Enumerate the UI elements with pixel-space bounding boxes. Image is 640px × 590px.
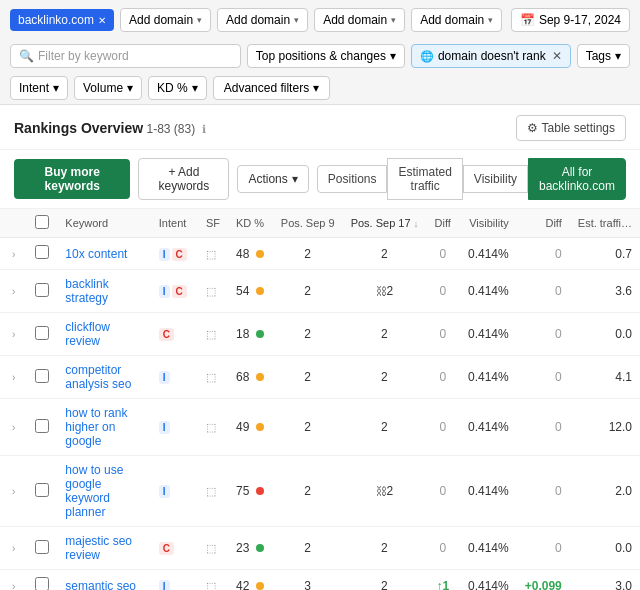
rankings-count: 1-83 (83) [147,121,196,136]
pos9-value: 2 [304,370,311,384]
date-range-picker[interactable]: 📅 Sep 9-17, 2024 [511,8,630,32]
expand-icon[interactable]: › [8,422,19,433]
add-domain-3[interactable]: Add domain ▾ [314,8,405,32]
add-domain-4[interactable]: Add domain ▾ [411,8,502,32]
expand-icon[interactable]: › [8,581,19,591]
row-checkbox[interactable] [35,540,49,554]
keyword-label[interactable]: majestic seo review [65,534,132,562]
keyword-cell[interactable]: clickflow review [57,313,150,356]
tab-all-backlinko[interactable]: All for backlinko.com [528,158,626,200]
keyword-label[interactable]: how to rank higher on google [65,406,127,448]
add-domain-1[interactable]: Add domain ▾ [120,8,211,32]
active-domain-pill[interactable]: backlinko.com ✕ [10,9,114,31]
intent-filter[interactable]: Intent ▾ [10,76,68,100]
row-checkbox[interactable] [35,369,49,383]
tab-estimated-traffic[interactable]: Estimated traffic [387,158,462,200]
row-expand-cell[interactable]: › [0,570,27,591]
row-check-cell[interactable] [27,238,57,270]
add-keywords-button[interactable]: + Add keywords [138,158,229,200]
row-expand-cell[interactable]: › [0,399,27,456]
keyword-cell[interactable]: competitor analysis seo [57,356,150,399]
keyword-filter-label: Filter by keyword [38,49,129,63]
domain-filter-label: domain doesn't rank [438,49,546,63]
keyword-cell[interactable]: how to rank higher on google [57,399,150,456]
intent-cell: C [151,527,198,570]
row-check-cell[interactable] [27,270,57,313]
advanced-filters-button[interactable]: Advanced filters ▾ [213,76,330,100]
table-row: › backlink strategy IC ⬚ 54 2 ⛓2 0 0.414… [0,270,640,313]
add-domain-2[interactable]: Add domain ▾ [217,8,308,32]
tab-positions[interactable]: Positions [317,165,388,193]
visibility-cell: 0.414% [459,356,516,399]
expand-icon[interactable]: › [8,329,19,340]
keyword-filter-wrap[interactable]: 🔍 Filter by keyword [10,44,241,68]
th-visibility: Visibility [459,209,516,238]
keyword-label[interactable]: competitor analysis seo [65,363,131,391]
row-checkbox[interactable] [35,483,49,497]
keyword-cell[interactable]: majestic seo review [57,527,150,570]
tags-filter[interactable]: Tags ▾ [577,44,630,68]
expand-icon[interactable]: › [8,486,19,497]
row-check-cell[interactable] [27,527,57,570]
volume-filter[interactable]: Volume ▾ [74,76,142,100]
expand-icon[interactable]: › [8,372,19,383]
row-expand-cell[interactable]: › [0,356,27,399]
keyword-label[interactable]: how to use google keyword planner [65,463,123,519]
diff-value: ↑1 [436,579,449,591]
keyword-label[interactable]: semantic seo [65,579,136,591]
keyword-cell[interactable]: backlink strategy [57,270,150,313]
sf-cell: ⬚ [198,527,228,570]
th-kd: KD % [228,209,273,238]
traffic-cell: 3.0 [570,570,640,591]
sf-icon: ⬚ [206,542,216,554]
diff-cell: 0 [426,456,459,527]
row-check-cell[interactable] [27,313,57,356]
domain-filter[interactable]: 🌐 domain doesn't rank ✕ [411,44,571,68]
domain-filter-close-icon[interactable]: ✕ [552,49,562,63]
row-checkbox[interactable] [35,245,49,259]
kd-value: 18 [236,327,249,341]
expand-icon[interactable]: › [8,286,19,297]
select-all-checkbox[interactable] [35,215,49,229]
expand-icon[interactable]: › [8,543,19,554]
row-check-cell[interactable] [27,570,57,591]
vdiff-value: 0 [555,370,562,384]
actions-button[interactable]: Actions ▾ [237,165,308,193]
chevron-icon-1: ▾ [197,15,202,25]
table-settings-button[interactable]: ⚙ Table settings [516,115,626,141]
row-checkbox[interactable] [35,326,49,340]
tab-visibility[interactable]: Visibility [463,165,528,193]
row-check-cell[interactable] [27,399,57,456]
top-bar: backlinko.com ✕ Add domain ▾ Add domain … [0,0,640,40]
kd-dot [256,423,264,431]
expand-icon[interactable]: › [8,249,19,260]
row-checkbox[interactable] [35,283,49,297]
keyword-label[interactable]: clickflow review [65,320,110,348]
kd-cell: 75 [228,456,273,527]
visibility-cell: 0.414% [459,570,516,591]
keyword-label[interactable]: backlink strategy [65,277,108,305]
row-expand-cell[interactable]: › [0,313,27,356]
buy-keywords-button[interactable]: Buy more keywords [14,159,130,199]
intent-label: Intent [19,81,49,95]
row-expand-cell[interactable]: › [0,527,27,570]
keyword-cell[interactable]: semantic seo [57,570,150,591]
pos9-value: 2 [304,541,311,555]
row-checkbox[interactable] [35,419,49,433]
intent-badge-i: I [159,371,170,384]
row-checkbox[interactable] [35,577,49,590]
row-expand-cell[interactable]: › [0,270,27,313]
keyword-cell[interactable]: how to use google keyword planner [57,456,150,527]
row-check-cell[interactable] [27,456,57,527]
row-expand-cell[interactable]: › [0,456,27,527]
positions-filter[interactable]: Top positions & changes ▾ [247,44,405,68]
keyword-cell[interactable]: 10x content [57,238,150,270]
add-keywords-label: + Add keywords [149,165,218,193]
domain-close-icon[interactable]: ✕ [98,15,106,26]
sf-icon: ⬚ [206,485,216,497]
keyword-label[interactable]: 10x content [65,247,127,261]
row-expand-cell[interactable]: › [0,238,27,270]
kd-filter[interactable]: KD % ▾ [148,76,207,100]
row-check-cell[interactable] [27,356,57,399]
th-sf: SF [198,209,228,238]
